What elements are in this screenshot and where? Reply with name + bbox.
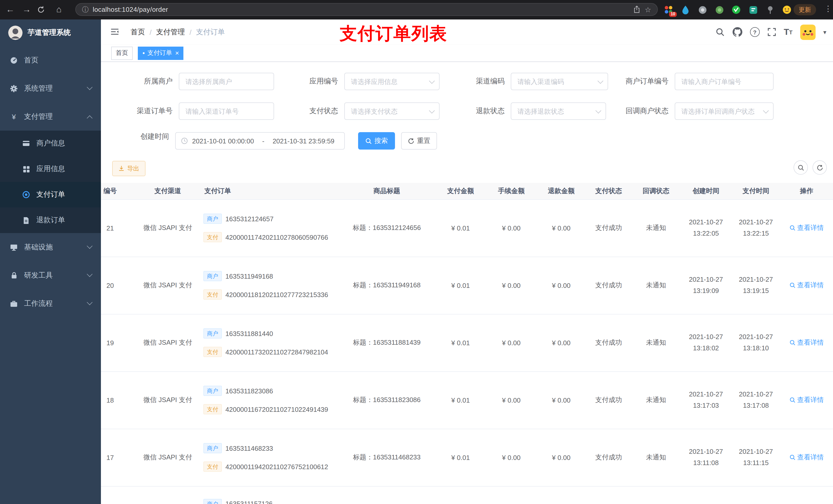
extension-vue-devtools-icon[interactable]	[731, 4, 742, 15]
cell-amount: ¥ 0.01	[435, 314, 486, 371]
cell-id: 19	[101, 314, 138, 371]
notify-status-select[interactable]	[675, 102, 774, 120]
search-button-label: 搜索	[375, 136, 388, 145]
cell-id: 21	[101, 199, 138, 257]
col-actions: 操作	[780, 183, 833, 199]
merchant-select[interactable]	[179, 73, 274, 90]
merchant-order-no-input[interactable]	[675, 73, 774, 90]
toggle-search-button[interactable]	[793, 160, 808, 175]
sidebar-toggle-icon[interactable]	[110, 27, 119, 37]
pay-status-select[interactable]	[344, 102, 439, 120]
refund-status-select[interactable]	[511, 102, 606, 120]
pay-no: 4200001194202110276752100612	[225, 463, 328, 471]
cell-refund: ¥ 0.00	[537, 429, 586, 486]
extension-gray-icon[interactable]	[697, 4, 708, 15]
browser-menu-icon[interactable]: ⋮	[824, 4, 832, 13]
browser-back-icon[interactable]: ←	[4, 5, 16, 15]
tab-close-icon[interactable]: ×	[175, 50, 179, 56]
extension-chat-icon[interactable]	[747, 4, 759, 15]
extension-green-circle-icon[interactable]	[714, 4, 725, 15]
chevron-down-icon	[87, 243, 93, 249]
dashboard-icon	[9, 55, 19, 65]
site-info-icon[interactable]: ⓘ	[82, 5, 89, 14]
sidebar-item-app-info[interactable]: 应用信息	[0, 156, 101, 182]
search-icon[interactable]	[716, 27, 725, 37]
sidebar-item-payment[interactable]: ¥ 支付管理	[0, 102, 101, 130]
refresh-table-button[interactable]	[812, 160, 827, 175]
cell-fee: ¥ 0.00	[486, 314, 537, 371]
breadcrumb-home[interactable]: 首页	[130, 27, 145, 37]
share-icon[interactable]	[634, 6, 641, 13]
main-content: 所属商户 应用编号 渠道编码 商户订单编号	[101, 62, 833, 504]
chevron-up-icon	[87, 115, 93, 121]
browser-url-bar[interactable]: ⓘ localhost:1024/pay/order ☆	[75, 3, 658, 16]
sidebar-item-system[interactable]: 系统管理	[0, 74, 101, 102]
sidebar-item-label: 系统管理	[24, 84, 53, 93]
browser-forward-icon[interactable]: →	[21, 5, 33, 15]
sidebar-item-pay-order[interactable]: 支付订单	[0, 182, 101, 208]
extension-grid-icon[interactable]: 10	[663, 4, 674, 15]
view-detail-link[interactable]: 查看详情	[789, 281, 824, 290]
help-icon[interactable]: ?	[750, 27, 760, 37]
pay-tag: 支付	[204, 404, 222, 414]
view-detail-link[interactable]: 查看详情	[789, 453, 824, 462]
extension-pin-icon[interactable]	[764, 4, 776, 15]
col-amount: 支付金额	[435, 183, 486, 199]
cell-refund: ¥ 0.00	[537, 371, 586, 429]
cell-title: 标题：1635311823086	[338, 371, 435, 429]
search-button[interactable]: 搜索	[358, 132, 395, 149]
pay-no: 4200001167202110271022491439	[225, 405, 328, 413]
sidebar-item-dev-tools[interactable]: 研发工具	[0, 261, 101, 289]
channel-code-select[interactable]	[511, 73, 608, 90]
browser-update-button[interactable]: 更新	[793, 4, 816, 15]
filter-label: 退款状态	[443, 106, 505, 116]
view-detail-link[interactable]: 查看详情	[789, 223, 824, 233]
merchant-no: 1635311949168	[225, 272, 273, 280]
date-end-value: 2021-10-31 23:59:59	[272, 137, 334, 145]
export-button[interactable]: 导出	[112, 161, 145, 176]
view-detail-link[interactable]: 查看详情	[789, 338, 824, 347]
filter-field-merchant-order-no: 商户订单编号	[607, 73, 774, 90]
sidebar-item-label: 工作流程	[24, 299, 53, 308]
cell-actions: 查看详情	[780, 371, 833, 429]
tab-pay-order[interactable]: ● 支付订单 ×	[138, 46, 184, 60]
cell-actions: 查看详情	[780, 257, 833, 314]
user-avatar[interactable]	[800, 24, 815, 40]
tags-view-bar: 首页 ● 支付订单 ×	[101, 45, 833, 62]
lock-icon	[9, 271, 19, 280]
cell-create-time: 2021-10-27 13:18:02	[680, 314, 732, 371]
page-annotation-title: 支付订单列表	[340, 22, 447, 46]
browser-reload-icon[interactable]	[37, 6, 49, 14]
reset-button[interactable]: 重置	[401, 132, 437, 149]
date-range-picker[interactable]: 2021-10-01 00:00:00 - 2021-10-31 23:59:5…	[175, 132, 345, 149]
app-logo[interactable]: 芋道管理系统	[0, 20, 101, 46]
cell-pay-order: 商户1635312124657 支付4200001174202110278060…	[197, 199, 338, 257]
cell-pay-time: 2021-10-27 13:19:15	[732, 257, 780, 314]
github-icon[interactable]	[733, 27, 742, 37]
extension-drop-icon[interactable]	[680, 4, 691, 15]
tab-home[interactable]: 首页	[111, 46, 133, 60]
cell-notify-status: 未通知	[632, 199, 680, 257]
view-detail-link[interactable]: 查看详情	[789, 395, 824, 405]
view-detail-label: 查看详情	[797, 338, 824, 347]
sidebar-item-merchant-info[interactable]: 商户信息	[0, 130, 101, 156]
cell-notify-status: 未通知	[632, 257, 680, 314]
cell-refund: ¥ 0.00	[537, 199, 586, 257]
font-size-icon[interactable]: TT	[784, 27, 792, 37]
fullscreen-icon[interactable]	[767, 28, 776, 37]
breadcrumb-payment[interactable]: 支付管理	[156, 27, 185, 37]
bookmark-star-icon[interactable]: ☆	[645, 5, 651, 14]
app-no-select[interactable]	[344, 73, 439, 90]
browser-home-icon[interactable]: ⌂	[53, 5, 65, 15]
order-table-container: 编号 支付渠道 支付订单 商品标题 支付金额 手续金额 退款金额 支付状态 回调…	[101, 183, 833, 504]
cell-pay-status: 支付成功	[586, 199, 632, 257]
chevron-down-icon	[87, 84, 93, 90]
sidebar-item-workflow[interactable]: 工作流程	[0, 289, 101, 317]
avatar-dropdown-caret-icon[interactable]: ▾	[823, 28, 826, 35]
sidebar-item-home[interactable]: 首页	[0, 46, 101, 74]
sidebar-item-infrastructure[interactable]: 基础设施	[0, 233, 101, 261]
export-button-label: 导出	[127, 164, 139, 173]
channel-order-no-input[interactable]	[179, 102, 274, 120]
extension-face-icon[interactable]	[781, 4, 792, 15]
sidebar-item-refund-order[interactable]: 退款订单	[0, 208, 101, 233]
